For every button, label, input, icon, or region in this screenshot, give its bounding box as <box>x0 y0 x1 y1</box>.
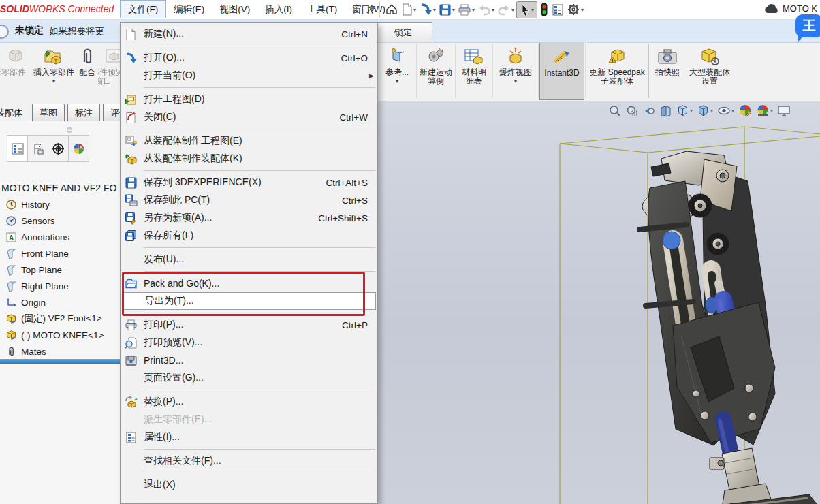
dropdown-caret[interactable]: ▾ <box>731 108 734 114</box>
redo-icon[interactable]: ▾ <box>496 2 515 18</box>
open-icon[interactable]: ▾ <box>418 1 437 18</box>
dropdown-caret[interactable]: ▾ <box>710 108 713 114</box>
bill-of-materials-button[interactable]: 材料明细表 <box>456 42 492 100</box>
previous-view-icon[interactable] <box>642 104 656 118</box>
large-assembly-settings-button[interactable]: 大型装配体设置 <box>685 42 734 100</box>
dropdown-caret[interactable]: ▾ <box>52 78 55 84</box>
lock-button[interactable]: 锁定 <box>374 22 432 42</box>
tree-item-top-plane[interactable]: Top Plane <box>0 262 120 278</box>
zoom-to-area-icon[interactable] <box>625 104 639 118</box>
dropdown-caret[interactable]: ▾ <box>511 7 514 13</box>
tree-item-mates[interactable]: Mates <box>0 343 120 360</box>
menu-item-publish[interactable]: 发布(U)... <box>121 251 377 268</box>
menu-tools[interactable]: 工具(T) <box>300 0 345 18</box>
menu-item-open-drawing[interactable]: 打开工程图(D) <box>121 91 377 108</box>
document-properties-icon[interactable] <box>551 2 565 18</box>
edit-component-button[interactable]: 编辑零部件 <box>0 42 31 100</box>
tab-sketch[interactable]: 草图 <box>32 104 65 121</box>
menu-item-print[interactable]: 打印(P)...Ctrl+P <box>121 316 377 334</box>
featuremanager-tab[interactable] <box>7 135 28 162</box>
cloud-document-name[interactable]: MOTO K <box>764 3 820 14</box>
tree-label: Sensors <box>21 216 55 226</box>
undo-icon[interactable]: ▾ <box>477 2 495 18</box>
mate-button[interactable]: 配合 <box>76 42 98 100</box>
update-speedpak-button[interactable]: 更新 Speedpak 子装配体 <box>586 42 648 100</box>
dropdown-caret[interactable]: ▾ <box>492 7 494 13</box>
dropdown-caret[interactable]: ▾ <box>770 108 773 114</box>
menu-item-properties[interactable]: 属性(I)... <box>121 428 377 446</box>
section-view-icon[interactable] <box>659 104 673 118</box>
reference-geometry-button[interactable]: 参考... ▾ <box>379 42 415 100</box>
print-icon[interactable]: ▾ <box>457 2 475 18</box>
menu-item-exit[interactable]: 退出(X) <box>121 476 377 494</box>
display-style-icon[interactable]: ▾ <box>696 104 714 118</box>
tab-evaluate[interactable]: 评估 <box>103 104 120 121</box>
panel-resize-handle[interactable] <box>67 127 72 133</box>
view-orientation-icon[interactable]: ▾ <box>676 104 693 118</box>
menu-file[interactable]: 文件(F) <box>120 0 166 18</box>
menu-item-save-as-new[interactable]: 另存为新项(A)...Ctrl+Shift+S <box>121 209 377 227</box>
dropdown-caret[interactable]: ▾ <box>514 78 517 84</box>
select-cursor-icon[interactable]: ▾ <box>516 1 537 18</box>
dropdown-caret[interactable]: ▾ <box>433 7 436 13</box>
menu-item-print-preview[interactable]: 打印预览(V)... <box>121 334 377 351</box>
menu-item-make-assembly[interactable]: 从装配体制作装配体(K) <box>121 150 377 168</box>
instant3d-button[interactable]: Instant3D <box>539 42 584 100</box>
insert-component-button[interactable]: 插入零部件 ▾ <box>31 42 76 100</box>
menu-view[interactable]: 视图(V) <box>212 0 257 18</box>
rollback-bar[interactable] <box>0 359 120 364</box>
tree-root-assembly[interactable]: MOTO KNEE AND VF2 FO <box>0 180 120 196</box>
edit-appearance-icon[interactable] <box>738 103 753 118</box>
menu-item-open[interactable]: 打开(O)...Ctrl+O <box>121 49 377 67</box>
apply-scene-icon[interactable]: ▾ <box>755 103 774 118</box>
tab-markup[interactable]: 标注 <box>67 104 100 121</box>
hide-show-items-icon[interactable]: ▾ <box>716 104 735 118</box>
zoom-to-fit-icon[interactable] <box>608 104 622 118</box>
dropdown-caret[interactable]: ▾ <box>452 7 455 13</box>
tree-item-front-plane[interactable]: Front Plane <box>0 245 120 262</box>
menu-item-open-recent[interactable]: 打开当前(O)▶ <box>121 67 377 84</box>
dropdown-caret[interactable]: ▾ <box>396 78 398 84</box>
tree-item-history[interactable]: History <box>0 196 120 212</box>
new-motion-study-button[interactable]: 新建运动算例 <box>417 42 454 100</box>
dropdown-caret[interactable]: ▾ <box>531 7 534 13</box>
menu-edit[interactable]: 编辑(E) <box>166 0 212 18</box>
tree-item-vf2-foot[interactable]: (固定) VF2 Foot<1> <box>0 311 120 327</box>
tab-assembly[interactable]: 装配体 <box>0 104 29 121</box>
tree-item-right-plane[interactable]: Right Plane <box>0 278 120 294</box>
dropdown-caret[interactable]: ▾ <box>581 7 584 13</box>
home-icon[interactable] <box>384 1 399 18</box>
tree-item-annotations[interactable]: A Annotations <box>0 229 120 245</box>
save-icon[interactable]: ▾ <box>438 2 456 18</box>
take-snapshot-button[interactable]: 拍快照 <box>650 42 685 100</box>
pin-menu-icon[interactable] <box>366 3 377 14</box>
configurationmanager-tab[interactable] <box>48 135 69 162</box>
menu-item-find-references[interactable]: 查找相关文件(F)... <box>121 452 377 470</box>
options-gear-icon[interactable]: ▾ <box>566 1 584 18</box>
tree-item-moto-knee[interactable]: (-) MOTO KNEE<1> <box>0 327 120 343</box>
menu-item-replace[interactable]: 替换(P)... <box>121 393 377 411</box>
dropdown-caret[interactable]: ▾ <box>690 108 693 114</box>
propertymanager-tab[interactable] <box>28 135 48 162</box>
displaymanager-tab[interactable] <box>69 135 89 162</box>
menu-item-export-as[interactable]: 导出为(T)... <box>122 292 376 310</box>
menu-item-print3d[interactable]: Print3D... <box>121 351 377 369</box>
menu-item-close[interactable]: 关闭(C)Ctrl+W <box>121 108 377 126</box>
dropdown-caret[interactable]: ▾ <box>472 7 475 13</box>
menu-item-save-all[interactable]: 保存所有(L) <box>121 227 377 245</box>
menu-item-make-drawing[interactable]: 从装配体制作工程图(E) <box>121 132 377 150</box>
exploded-view-button[interactable]: 爆炸视图 ▾ <box>494 42 537 100</box>
menu-item-save-3dexperience[interactable]: 保存到 3DEXPERIENCE(X)Ctrl+Alt+S <box>121 174 377 191</box>
tree-item-origin[interactable]: Origin <box>0 294 120 311</box>
user-avatar[interactable]: 王 <box>795 14 820 37</box>
menu-item-page-setup[interactable]: 页面设置(G)... <box>121 369 377 387</box>
dropdown-caret[interactable]: ▾ <box>413 7 416 13</box>
tree-item-sensors[interactable]: Sensors <box>0 212 120 229</box>
menu-item-new[interactable]: 新建(N)...Ctrl+N <box>121 25 377 43</box>
menu-item-pack-and-go[interactable]: Pack and Go(K)... <box>121 274 377 292</box>
new-document-icon[interactable]: ▾ <box>400 1 417 18</box>
view-settings-icon[interactable] <box>776 104 791 118</box>
menu-insert[interactable]: 插入(I) <box>257 0 300 18</box>
performance-traffic-light-icon[interactable] <box>539 1 550 18</box>
menu-item-save-to-pc[interactable]: 保存到此 PC(T)Ctrl+S <box>121 191 377 209</box>
